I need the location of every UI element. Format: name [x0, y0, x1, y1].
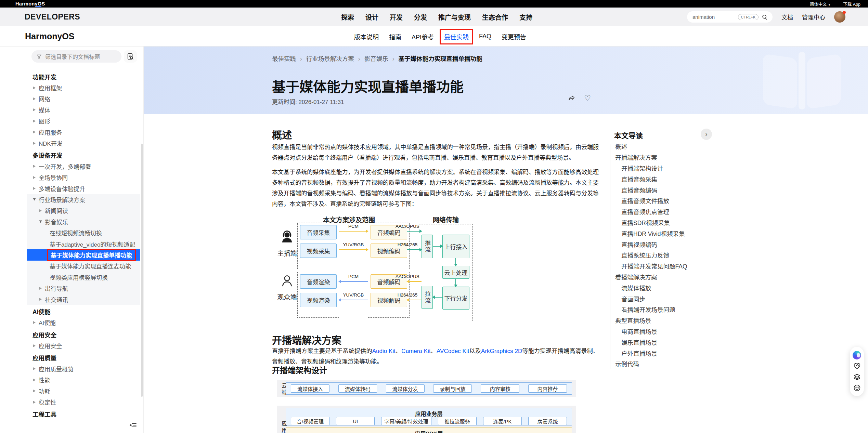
sidebar-item[interactable]: 新闻阅读: [27, 205, 140, 216]
sidebar-item[interactable]: 视频类应用横竖屏切换: [27, 272, 140, 283]
sidebar-scrollbar[interactable]: [141, 144, 143, 397]
doc-tab[interactable]: 版本说明: [353, 31, 379, 42]
book-watermark: [763, 49, 848, 114]
main-nav-item[interactable]: 推广与变现: [438, 12, 471, 22]
docs-link[interactable]: 文档: [781, 13, 793, 21]
diagram-box: 流媒体转码: [338, 384, 377, 393]
toc-item[interactable]: 户外直播场景: [606, 347, 732, 358]
heart-icon[interactable]: ♡: [583, 94, 592, 103]
feedback-heart-button[interactable]: [853, 362, 861, 370]
expand-arrow-icon: [33, 187, 36, 190]
ai-assistant-icon: [853, 351, 861, 359]
toc-collapse-button[interactable]: ›: [701, 129, 712, 140]
main-nav-item[interactable]: 开发: [390, 12, 403, 22]
toc-item[interactable]: 开播端架构设计: [606, 163, 732, 174]
toc-item[interactable]: 流媒体播放: [606, 282, 732, 293]
sidebar-item[interactable]: 一次开发，多端部署: [27, 161, 140, 172]
sidebar-item[interactable]: 应用安全: [27, 340, 140, 351]
share-icon[interactable]: [567, 94, 576, 103]
toc-item[interactable]: 直播音频采集: [606, 173, 732, 184]
toc-item[interactable]: 直播音频编码: [606, 184, 732, 195]
sidebar-item[interactable]: 性能: [27, 375, 140, 385]
breadcrumb-item[interactable]: 最佳实践: [272, 54, 306, 63]
sidebar-item[interactable]: NDK开发: [27, 137, 140, 148]
doc-tab[interactable]: API参考: [411, 31, 435, 42]
doc-tab[interactable]: 变更预告: [501, 31, 527, 42]
sidebar-item[interactable]: 影音娱乐: [27, 216, 140, 227]
sidebar-item[interactable]: 基于adaptive_video的短视频适配: [27, 238, 140, 249]
avatar[interactable]: [834, 11, 845, 23]
ai-assistant-button[interactable]: [853, 351, 861, 359]
expand-arrow-icon: [33, 344, 36, 347]
toc-item[interactable]: 开播端解决方案: [606, 152, 732, 163]
toc-item[interactable]: 看播端解决方案: [606, 272, 732, 283]
breadcrumb-item[interactable]: 影音娱乐: [364, 54, 399, 63]
breadcrumb-item[interactable]: 基于媒体能力实现直播单播功能: [398, 54, 482, 63]
toc-item[interactable]: 娱乐直播场景: [606, 337, 732, 347]
sidebar-item[interactable]: 图形: [27, 116, 140, 127]
console-link[interactable]: 管理中心: [802, 13, 825, 21]
funnel-icon: [36, 54, 42, 60]
main-nav-item[interactable]: 支持: [519, 12, 532, 22]
layers-button[interactable]: [853, 372, 861, 381]
diagram-box: 内容审核: [481, 384, 519, 393]
toc-item[interactable]: 直播视频编码: [606, 239, 732, 250]
toc-item[interactable]: 直播SDR视频采集: [606, 217, 732, 228]
overview-paragraph-1: 视频直播是当前非常热点的媒体技术应用领域，其中单播是直播领域的一种常见场景，指主…: [272, 142, 599, 163]
format-label: YUV/RGB: [339, 292, 368, 298]
sidebar-item[interactable]: 应用框架: [27, 82, 140, 93]
search-input[interactable]: animation CTRL+K: [687, 11, 773, 23]
doc-tab[interactable]: 最佳实践: [443, 31, 469, 42]
harmonyos-logo[interactable]: HarmonyOS: [15, 0, 45, 8]
toc-item[interactable]: 直播音频文件播放: [606, 195, 732, 206]
toc-item[interactable]: 看播端开发场景问题: [606, 304, 732, 315]
language-selector[interactable]: 简体中文▾: [810, 1, 830, 7]
doc-tab[interactable]: FAQ: [478, 31, 492, 41]
sidebar-item[interactable]: 出行导航: [27, 283, 140, 293]
sidebar-item[interactable]: 应用服务: [27, 127, 140, 137]
toc-item[interactable]: 直播HDR Vivid视频采集: [606, 228, 732, 239]
search-icon[interactable]: [762, 14, 768, 20]
harmonyos-doc-brand[interactable]: HarmonyOS: [25, 26, 74, 47]
sidebar-item[interactable]: 在线短视频流畅切换: [27, 227, 140, 238]
sidebar-item[interactable]: 功耗: [27, 385, 140, 396]
sidebar-item[interactable]: 稳定性: [27, 396, 140, 407]
filter-input[interactable]: 筛选目录下的文档标题: [31, 50, 121, 63]
toc-item[interactable]: 概述: [606, 141, 732, 152]
sidebar-item[interactable]: 全场景协同: [27, 172, 140, 183]
diagram-box: 云上处理: [442, 266, 469, 279]
main-nav-item[interactable]: 分发: [414, 12, 427, 22]
toc-item[interactable]: 示例代码: [606, 358, 732, 369]
sidebar: 筛选目录下的文档标题 功能开发 应用框架 网络 媒体 图形 应用服务: [0, 47, 144, 433]
toc-item[interactable]: 电商直播场景: [606, 326, 732, 337]
sidebar-item[interactable]: 基于媒体能力实现直播连麦功能: [27, 261, 140, 272]
toc-item[interactable]: 直播系统压力反馈: [606, 250, 732, 261]
sidebar-item: 多设备开发: [27, 150, 140, 161]
collapse-sidebar-button[interactable]: [128, 420, 138, 430]
sidebar-item[interactable]: 应用质量概览: [27, 363, 140, 374]
smiley-feedback-button[interactable]: [853, 383, 861, 392]
top-black-bar: HarmonyOS 简体中文▾ 下载 App: [0, 0, 868, 8]
toc-item[interactable]: 开播端开发常见问题FAQ: [606, 261, 732, 272]
sidebar-item[interactable]: 基于媒体能力实现直播单播功能: [27, 249, 140, 260]
diagram-box: 连麦/PK: [483, 417, 522, 425]
sidebar-item[interactable]: 网络: [27, 93, 140, 104]
developers-brand[interactable]: DEVELOPERS: [25, 8, 80, 26]
download-app-link[interactable]: 下载 App: [843, 1, 860, 7]
push-stream-box: 推流: [422, 235, 433, 258]
sidebar-item[interactable]: 社交通讯: [27, 294, 140, 305]
sidebar-item[interactable]: AI使能: [27, 317, 140, 328]
toc-item[interactable]: 直播音频焦点管理: [606, 206, 732, 217]
main-nav-item[interactable]: 探索: [341, 12, 354, 22]
doc-tab[interactable]: 指南: [388, 31, 402, 42]
sidebar-item[interactable]: 行业场景解决方案: [27, 194, 140, 205]
main-nav-item[interactable]: 设计: [365, 12, 378, 22]
sidebar-item[interactable]: 媒体: [27, 104, 140, 115]
sidebar-item[interactable]: 多端设备体验提升: [27, 183, 140, 194]
main-nav-item[interactable]: 生态合作: [482, 12, 508, 22]
toc-item[interactable]: 音画同步: [606, 293, 732, 304]
sidebar-tree: 功能开发 应用框架 网络 媒体 图形 应用服务 NDK开发 多设: [0, 70, 142, 420]
toc-item[interactable]: 典型直播场景: [606, 315, 732, 326]
doc-search-button[interactable]: [124, 50, 137, 63]
breadcrumb-item[interactable]: 行业场景解决方案: [306, 54, 364, 63]
